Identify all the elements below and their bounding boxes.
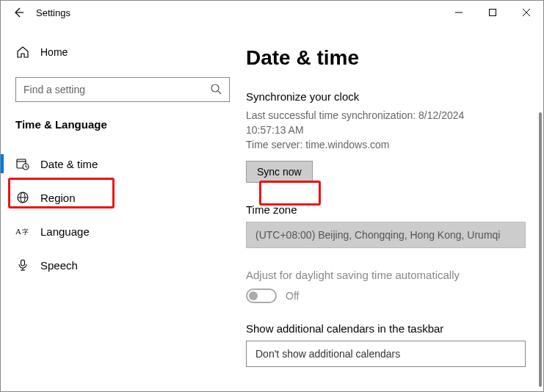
- dst-toggle: [246, 288, 277, 303]
- sidebar-item-label: Date & time: [40, 158, 98, 170]
- category-title: Time & Language: [15, 118, 230, 131]
- titlebar: Settings: [1, 1, 543, 24]
- page-heading: Date & time: [246, 46, 526, 70]
- svg-text:A: A: [15, 227, 21, 236]
- home-icon: [15, 46, 30, 59]
- calendars-section-title: Show additional calendars in the taskbar: [246, 322, 526, 335]
- sidebar-item-language[interactable]: A字 Language: [1, 214, 230, 248]
- main-panel: Date & time Synchronize your clock Last …: [243, 24, 543, 391]
- language-icon: A字: [15, 225, 30, 238]
- calendars-value: Don't show additional calendars: [255, 348, 400, 360]
- sidebar-item-region[interactable]: Region: [1, 181, 230, 214]
- sync-section-title: Synchronize your clock: [246, 90, 526, 103]
- calendar-clock-icon: [15, 157, 30, 170]
- last-sync-time: 10:57:13 AM: [246, 124, 304, 136]
- last-sync-text: Last successful time synchronization: 8/…: [246, 109, 526, 137]
- timezone-dropdown[interactable]: (UTC+08:00) Beijing, Chongqing, Hong Kon…: [246, 222, 526, 248]
- timezone-section-title: Time zone: [246, 203, 526, 216]
- sidebar-item-label: Language: [40, 225, 90, 238]
- time-server-text: Time server: time.windows.com: [246, 139, 526, 150]
- back-button[interactable]: [10, 4, 27, 21]
- scrollbar[interactable]: [539, 112, 542, 387]
- timezone-value: (UTC+08:00) Beijing, Chongqing, Hong Kon…: [255, 229, 500, 241]
- dst-label: Adjust for daylight saving time automati…: [246, 269, 526, 281]
- sidebar-item-speech[interactable]: Speech: [1, 248, 230, 282]
- search-box[interactable]: [15, 77, 230, 102]
- last-sync-date: Last successful time synchronization: 8/…: [246, 109, 464, 121]
- minimize-icon: [455, 9, 463, 16]
- globe-icon: [15, 191, 30, 204]
- maximize-button[interactable]: [476, 1, 509, 24]
- svg-rect-1: [490, 10, 496, 16]
- sidebar-item-label: Speech: [40, 259, 78, 272]
- svg-text:字: 字: [22, 228, 29, 236]
- search-input[interactable]: [23, 84, 210, 95]
- sidebar-item-date-time[interactable]: Date & time: [1, 147, 230, 181]
- content-area: Home Time & Language Date & time: [1, 24, 543, 391]
- svg-line-5: [218, 91, 221, 94]
- sidebar-item-label: Region: [40, 192, 76, 204]
- home-link[interactable]: Home: [15, 39, 230, 65]
- close-button[interactable]: [509, 1, 543, 24]
- window-controls: [442, 1, 543, 24]
- svg-rect-16: [21, 260, 25, 266]
- dst-toggle-row: Off: [246, 288, 526, 303]
- svg-point-4: [211, 84, 219, 92]
- search-icon: [210, 83, 222, 97]
- sidebar: Home Time & Language Date & time: [1, 24, 243, 391]
- settings-window: Settings Home: [0, 0, 544, 392]
- close-icon: [523, 9, 530, 16]
- sidebar-nav: Date & time Region A字 Language: [1, 147, 230, 282]
- calendars-dropdown[interactable]: Don't show additional calendars: [246, 341, 526, 367]
- minimize-button[interactable]: [442, 1, 476, 24]
- maximize-icon: [489, 9, 496, 16]
- arrow-left-icon: [12, 7, 24, 18]
- microphone-icon: [15, 258, 30, 272]
- dst-state: Off: [286, 290, 299, 302]
- window-title: Settings: [36, 7, 70, 18]
- sync-now-button[interactable]: Sync now: [246, 161, 313, 183]
- home-label: Home: [40, 46, 68, 58]
